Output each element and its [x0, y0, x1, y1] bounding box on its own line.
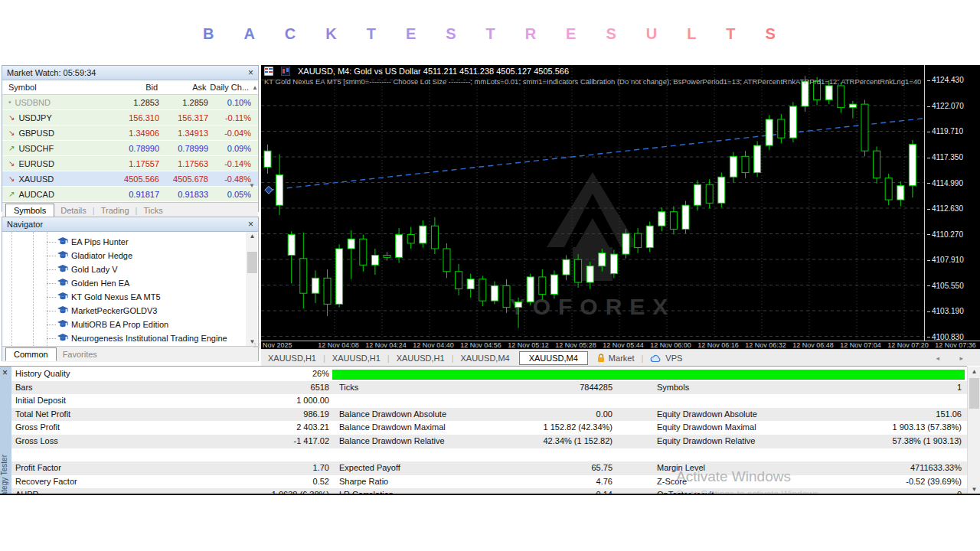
bull-candle — [527, 277, 534, 302]
market-tab[interactable]: Market — [590, 352, 642, 364]
market-watch-row[interactable]: ↘USDJPY156.310156.317-0.11% — [2, 110, 258, 126]
scroll-thumb[interactable] — [247, 252, 257, 273]
navigator-titlebar: Navigator × — [2, 217, 258, 232]
scroll-thumb[interactable] — [969, 378, 979, 409]
navigator-item[interactable]: Gladiator Hedge — [2, 249, 258, 262]
ea-parameters-line: KT Gold Nexus EA MT5 [smm0=--------- Cho… — [264, 77, 921, 86]
close-icon[interactable]: × — [248, 69, 253, 77]
tree-stub — [47, 269, 56, 270]
market-watch-header: Symbol Bid Ask Daily Ch... ▲ — [2, 80, 258, 95]
navigator-item[interactable]: Gold Lady V — [2, 262, 258, 276]
tester-stat-row: Bars6518Ticks7844285Symbols1 — [11, 381, 967, 395]
navigator-item-label: EA Pips Hunter — [71, 237, 129, 246]
stat-value: 0.52 — [230, 477, 329, 486]
market-watch-rows: •USDBND1.28531.28590.10%↘USDJPY156.31015… — [2, 95, 258, 202]
navigator-item[interactable]: KT Gold Nexus EA MT5 — [2, 290, 258, 304]
tab-trading[interactable]: Trading — [95, 204, 136, 217]
ask-value: 4505.678 — [159, 174, 208, 184]
stat-value: 65.75 — [490, 463, 612, 472]
chart-tab-2[interactable]: XAUUSD,H1 — [390, 352, 452, 364]
bull-candle — [348, 239, 354, 249]
stat-value: 1 152.82 (42.34%) — [490, 422, 612, 432]
market-watch-row[interactable]: ↗AUDCAD0.918170.918330.05% — [2, 187, 258, 202]
price-tick-label: 4117.350 — [927, 153, 963, 161]
stat-label: Symbols — [657, 383, 689, 392]
stat-value: 4.76 — [490, 477, 612, 486]
stat-value: 4711633.33% — [808, 463, 962, 472]
market-watch-row[interactable]: ↘XAUUSD4505.5664505.678-0.48% — [2, 171, 258, 187]
tab-scroll-arrows[interactable]: ◂ ▸ — [936, 354, 972, 362]
column-symbol[interactable]: Symbol — [2, 83, 108, 92]
market-watch-row[interactable]: ↗USDCHF0.789900.789990.09% — [2, 141, 258, 156]
navigator-item[interactable]: MarketPeckerGOLDV3 — [2, 304, 258, 318]
tester-scrollbar[interactable]: ▲ ▼ — [967, 367, 980, 494]
expert-advisor-icon — [57, 334, 68, 344]
bull-candle — [563, 259, 570, 275]
vps-tab[interactable]: VPS — [643, 352, 689, 364]
navigator-item[interactable]: Golden Hen EA — [2, 276, 258, 290]
stat-label: Initial Deposit — [15, 396, 66, 405]
strategy-tester-tab[interactable]: Strategy Tester — [0, 455, 8, 495]
stat-label: History Quality — [15, 369, 70, 378]
chart-tab-0[interactable]: XAUUSD,H1 — [261, 352, 323, 364]
tab-favorites[interactable]: Favorites — [57, 348, 103, 360]
strategy-tester-panel: History Quality 26% Bars6518Ticks7844285… — [0, 366, 967, 495]
column-bid[interactable]: Bid — [108, 83, 158, 92]
tab-symbols[interactable]: Symbols — [5, 204, 54, 217]
tab-ticks[interactable]: Ticks — [137, 204, 168, 217]
time-tick-label: 12 Nov 06:48 — [786, 341, 840, 349]
trend-icon: • — [8, 98, 11, 106]
price-tick-label: 4112.630 — [927, 204, 963, 213]
expert-advisor-icon — [57, 292, 68, 302]
stat-label: Balance Drawdown Relative — [339, 436, 445, 445]
stat-label: Gross Profit — [15, 422, 60, 432]
ask-value: 0.78999 — [159, 144, 208, 153]
chart-tab-strip: XAUUSD,H1|XAUUSD,H1|XAUUSD,H1|XAUUSD,M4X… — [261, 349, 980, 366]
banner-title: BACKTESTRESULTS — [203, 25, 776, 44]
bid-value: 0.91817 — [109, 190, 159, 199]
quotes-table-icon — [264, 67, 273, 76]
bull-candle — [467, 279, 474, 289]
close-icon[interactable]: × — [248, 220, 253, 228]
bear-candle — [300, 259, 307, 293]
bull-candle — [897, 186, 904, 200]
stat-label: Balance Drawdown Absolute — [339, 409, 446, 419]
bull-candle — [599, 253, 606, 266]
scroll-up-icon[interactable]: ▲ — [252, 84, 258, 91]
tree-stub — [47, 338, 56, 339]
time-tick-label: 12 Nov 07:36 — [929, 341, 980, 349]
market-watch-row[interactable]: •USDBND1.28531.28590.10% — [2, 95, 258, 110]
market-watch-row[interactable]: ↘GBPUSD1.349061.34913-0.04% — [2, 126, 258, 141]
column-ask[interactable]: Ask — [158, 83, 206, 92]
bull-candle — [849, 104, 856, 107]
scroll-up-icon[interactable]: ▲ — [246, 233, 258, 240]
time-tick-label: 12 Nov 04:24 — [359, 341, 413, 349]
chart-tab-3[interactable]: XAUUSD,M4 — [453, 352, 516, 364]
navigator-scrollbar[interactable]: ▲ ▼ — [246, 232, 257, 346]
bull-candle — [312, 278, 318, 293]
time-tick-label: 12 Nov 04:08 — [312, 341, 365, 349]
price-tick-label: 4105.550 — [927, 282, 964, 290]
tab-details[interactable]: Details — [54, 204, 93, 217]
stat-label: Equity Drawdown Relative — [657, 436, 755, 445]
navigator-item[interactable]: MultiORB EA Prop Edition — [2, 318, 258, 331]
bull-candle — [336, 249, 343, 304]
ask-value: 0.91833 — [159, 190, 208, 199]
chart-tab-4[interactable]: XAUUSD,M4 — [519, 351, 588, 365]
bull-candle — [909, 145, 916, 186]
price-tick-label: 4103.190 — [927, 307, 964, 315]
chart-plot[interactable]: YOFOREX XAUUSD, M4: Gold vs US Dollar 45… — [261, 65, 924, 341]
navigator-item[interactable]: EA Pips Hunter — [2, 235, 258, 249]
market-watch-row[interactable]: ↘EURUSD1.175571.17563-0.14% — [2, 156, 258, 171]
scroll-up-icon[interactable]: ▲ — [968, 368, 980, 375]
bear-candle — [407, 235, 414, 243]
scroll-down-icon[interactable]: ▼ — [249, 182, 255, 189]
column-daily-change[interactable]: Daily Ch... — [207, 83, 249, 92]
scroll-down-icon[interactable]: ▼ — [968, 486, 980, 493]
navigator-item[interactable]: Neurogenesis Institutional Trading Engin… — [2, 331, 258, 345]
bull-candle — [825, 86, 832, 99]
chart-tab-1[interactable]: XAUUSD,H1 — [325, 352, 387, 364]
close-icon[interactable]: × — [2, 367, 8, 378]
time-tick-label: 12 Nov 2025 — [246, 341, 299, 349]
tab-common[interactable]: Common — [5, 347, 57, 361]
